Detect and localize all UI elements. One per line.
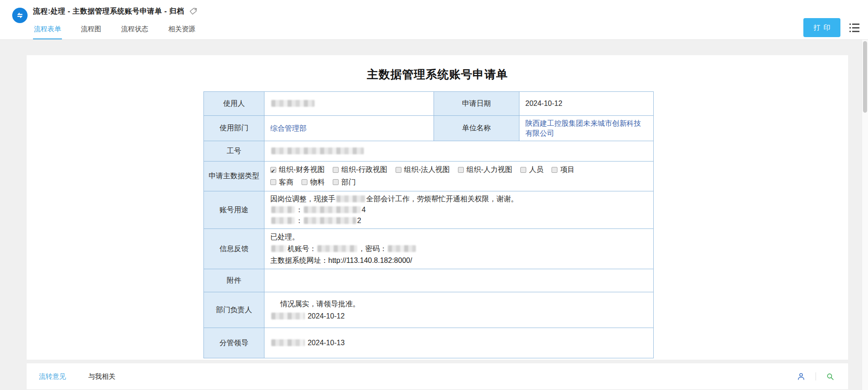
swap-arrows-glyph	[15, 10, 25, 20]
checkbox-unchecked-icon[interactable]	[302, 179, 307, 185]
checkbox-label: 部门	[341, 176, 356, 188]
app-logo-icon	[12, 8, 28, 23]
footer-bar: 流转意见 与我相关	[27, 363, 848, 390]
form-title: 主数据管理系统账号申请单	[27, 67, 848, 82]
company-link[interactable]: 陕西建工控股集团未来城市创新科技有限公司	[525, 119, 641, 137]
checkbox-option[interactable]: 部门	[333, 176, 356, 188]
text-fragment: 2024-10-13	[306, 339, 344, 347]
checkbox-option[interactable]: 人员	[520, 164, 543, 176]
checkbox-unchecked-icon[interactable]	[333, 179, 339, 185]
checkbox-label: 客商	[279, 176, 293, 188]
checkbox-option[interactable]: 组织-行政视图	[333, 164, 387, 176]
tab-related-to-me[interactable]: 与我相关	[88, 372, 115, 381]
text-fragment: 因岗位调整，现接手	[270, 195, 335, 203]
feedback-line-1: 已处理。	[270, 231, 647, 243]
checkbox-label: 人员	[529, 164, 543, 176]
redacted-blur	[336, 195, 365, 202]
label-dept-head: 部门负责人	[204, 292, 264, 328]
dept-head-signature: 2024-10-12	[270, 310, 647, 322]
text-fragment: 全部会计工作，劳烦帮忙开通相关权限，谢谢。	[366, 195, 518, 203]
employee-no-value	[264, 141, 654, 162]
label-attachment: 附件	[204, 269, 264, 292]
checkbox-line-1: 组织-财务视图组织-行政视图组织-法人视图组织-人力视图人员项目	[270, 164, 647, 176]
checkbox-unchecked-icon[interactable]	[396, 167, 401, 173]
text-fragment: 2024-10-12	[306, 312, 344, 320]
purpose-line-2: ：4	[270, 205, 647, 215]
label-company: 单位名称	[434, 116, 519, 141]
table-row: 附件	[204, 269, 654, 292]
label-account-purpose: 账号用途	[204, 191, 264, 229]
tab-process-form[interactable]: 流程表单	[33, 25, 62, 39]
tab-related-resources[interactable]: 相关资源	[167, 25, 196, 39]
table-row: 账号用途 因岗位调整，现接手全部会计工作，劳烦帮忙开通相关权限，谢谢。 ：4 ：…	[204, 191, 654, 229]
attachment-value	[264, 269, 654, 292]
redacted-blur	[271, 217, 295, 224]
checkbox-label: 组织-法人视图	[404, 164, 450, 176]
form-card: 主数据管理系统账号申请单 使用人 申请日期 2024-10-12 使用部门 综合…	[27, 55, 848, 360]
checkbox-label: 组织-行政视图	[341, 164, 387, 176]
app-header: 流程:处理 - 主数据管理系统账号申请单 - 归档 流程表单 流程图 流程状态 …	[0, 0, 868, 40]
table-row: 使用部门 综合管理部 单位名称 陕西建工控股集团未来城市创新科技有限公司	[204, 116, 654, 141]
footer-tabs: 流转意见 与我相关	[27, 372, 797, 381]
purpose-line-3: ：2	[270, 215, 647, 226]
tab-process-status[interactable]: 流程状态	[120, 25, 149, 39]
label-user: 使用人	[204, 92, 264, 116]
checkbox-option[interactable]: 组织-财务视图	[270, 164, 325, 176]
checkbox-label: 组织-财务视图	[279, 164, 325, 176]
feedback-value: 已处理。 机账号：，密码： 主数据系统网址：http://113.140.8.1…	[264, 229, 654, 269]
apply-date-value: 2024-10-12	[519, 92, 654, 116]
header-title-row: 流程:处理 - 主数据管理系统账号申请单 - 归档	[33, 5, 198, 17]
checkbox-unchecked-icon[interactable]	[333, 167, 339, 173]
checkbox-label: 组织-人力视图	[467, 164, 512, 176]
vertical-scrollbar	[862, 40, 868, 390]
scrollbar-thumb[interactable]	[863, 41, 867, 113]
redacted-blur	[271, 206, 295, 213]
footer-icons	[797, 372, 848, 381]
checkbox-option[interactable]: 物料	[302, 176, 325, 188]
label-master-data-type: 申请主数据类型	[204, 162, 264, 191]
dept-head-value: 情况属实，请领导批准。 2024-10-12	[264, 292, 654, 328]
table-row: 分管领导 2024-10-13	[204, 328, 654, 358]
icon-divider	[816, 372, 816, 380]
dept-link[interactable]: 综合管理部	[270, 124, 307, 132]
checkbox-option[interactable]: 组织-人力视图	[458, 164, 512, 176]
table-row: 申请主数据类型 组织-财务视图组织-行政视图组织-法人视图组织-人力视图人员项目…	[204, 162, 654, 191]
redacted-blur	[388, 245, 416, 252]
checkbox-option[interactable]: 项目	[552, 164, 575, 176]
text-fragment: 4	[362, 206, 366, 214]
checkbox-unchecked-icon[interactable]	[520, 167, 526, 173]
label-employee-no: 工号	[204, 141, 264, 162]
purpose-line-1: 因岗位调整，现接手全部会计工作，劳烦帮忙开通相关权限，谢谢。	[270, 194, 647, 205]
checkbox-unchecked-icon[interactable]	[552, 167, 557, 173]
account-purpose-value: 因岗位调整，现接手全部会计工作，劳烦帮忙开通相关权限，谢谢。 ：4 ：2	[264, 191, 654, 229]
checkbox-unchecked-icon[interactable]	[270, 179, 276, 185]
text-fragment: 机账号：	[288, 245, 316, 252]
text-fragment: 2	[357, 217, 361, 224]
list-menu-icon[interactable]	[849, 24, 859, 32]
checkbox-option[interactable]: 组织-法人视图	[396, 164, 450, 176]
redacted-blur	[271, 313, 305, 319]
page-title: 流程:处理 - 主数据管理系统账号申请单 - 归档	[33, 7, 184, 16]
checkbox-option[interactable]: 客商	[270, 176, 293, 188]
table-row: 工号	[204, 141, 654, 162]
search-icon[interactable]	[826, 372, 835, 381]
checkbox-label: 项目	[560, 164, 575, 176]
text-fragment: ：	[296, 206, 303, 214]
tag-icon[interactable]	[188, 6, 198, 16]
tab-process-diagram[interactable]: 流程图	[80, 25, 102, 39]
checkbox-checked-icon[interactable]	[270, 167, 276, 173]
table-row: 使用人 申请日期 2024-10-12	[204, 92, 654, 116]
leader-signature: 2024-10-13	[264, 328, 654, 358]
header-tabs: 流程表单 流程图 流程状态 相关资源	[33, 25, 196, 39]
feedback-line-2: 机账号：，密码：	[270, 243, 647, 255]
checkbox-unchecked-icon[interactable]	[458, 167, 464, 173]
person-icon[interactable]	[797, 372, 806, 381]
print-button[interactable]: 打印	[803, 18, 840, 37]
checkbox-label: 物料	[310, 176, 325, 188]
redacted-blur	[271, 100, 315, 107]
label-dept: 使用部门	[204, 116, 264, 141]
user-value	[264, 92, 434, 116]
redacted-blur	[271, 147, 364, 154]
feedback-url-line: 主数据系统网址：http://113.140.8.182:8000/	[270, 255, 647, 266]
tab-flow-opinions[interactable]: 流转意见	[39, 372, 66, 381]
